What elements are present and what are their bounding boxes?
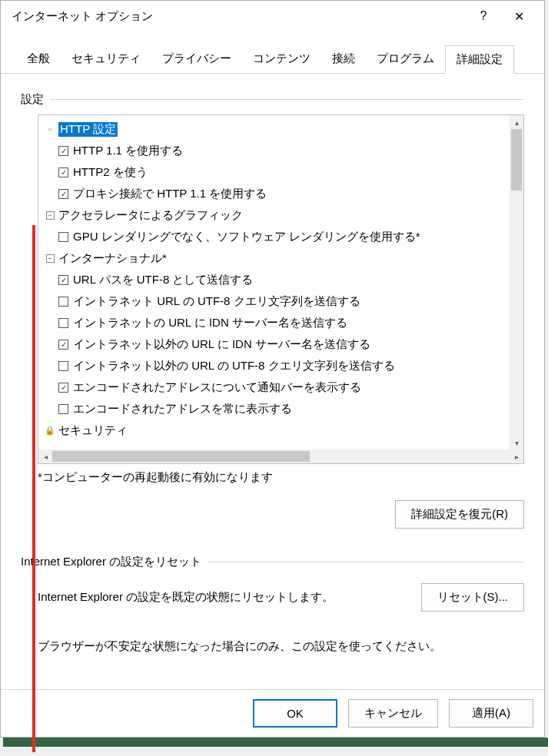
- tab-connections[interactable]: 接続: [321, 45, 366, 73]
- tree-item-label: イントラネット以外の URL に IDN サーバー名を送信する: [73, 337, 370, 352]
- tab-content-area: 設定 ▫HTTP 設定✓HTTP 1.1 を使用する✓HTTP2 を使う✓プロキ…: [1, 74, 544, 654]
- checkbox[interactable]: [58, 404, 68, 414]
- apply-button[interactable]: 適用(A): [449, 699, 533, 728]
- tree-item-label: HTTP2 を使う: [73, 165, 148, 180]
- checkbox[interactable]: ✓: [58, 146, 68, 156]
- tree-checkbox-item[interactable]: ✓HTTP2 を使う: [45, 161, 523, 183]
- tree-item-label: エンコードされたアドレスについて通知バーを表示する: [73, 380, 361, 395]
- tab-privacy[interactable]: プライバシー: [151, 45, 242, 73]
- tree-item-label: GPU レンダリングでなく、ソフトウェア レンダリングを使用する*: [73, 230, 420, 244]
- checkbox[interactable]: ✓: [58, 167, 68, 177]
- collapse-icon: −: [45, 253, 55, 264]
- restore-advanced-button[interactable]: 詳細設定を復元(R): [395, 500, 524, 529]
- tree-item-label: イントラネットの URL に IDN サーバー名を送信する: [73, 316, 347, 330]
- tree-header-label: HTTP 設定: [58, 122, 118, 137]
- checkbox[interactable]: [58, 297, 68, 307]
- collapse-icon: −: [45, 210, 55, 220]
- tree-checkbox-item[interactable]: イントラネット以外の URL の UTF-8 クエリ文字列を送信する: [45, 355, 523, 376]
- reset-button[interactable]: リセット(S)...: [421, 583, 525, 612]
- tree-item-label: URL パスを UTF-8 として送信する: [73, 273, 253, 287]
- divider: [208, 562, 524, 562]
- scroll-up-icon[interactable]: ▴: [510, 115, 523, 129]
- ok-button[interactable]: OK: [253, 699, 337, 728]
- tree-checkbox-item[interactable]: イントラネット URL の UTF-8 クエリ文字列を送信する: [45, 290, 523, 312]
- hscroll-track[interactable]: [52, 449, 496, 463]
- tab-security[interactable]: セキュリティ: [61, 45, 151, 73]
- tree-checkbox-item[interactable]: ✓エンコードされたアドレスについて通知バーを表示する: [45, 376, 523, 398]
- cancel-button[interactable]: キャンセル: [348, 699, 438, 728]
- checkbox[interactable]: ✓: [58, 340, 68, 350]
- checkbox[interactable]: ✓: [58, 383, 68, 393]
- checkbox[interactable]: [58, 232, 68, 242]
- tree-item-label: イントラネット URL の UTF-8 クエリ文字列を送信する: [73, 294, 360, 309]
- tree-header[interactable]: 🔒セキュリティ: [45, 419, 523, 441]
- tree-checkbox-item[interactable]: ✓URL パスを UTF-8 として送信する: [45, 269, 523, 290]
- tree-header-label: セキュリティ: [58, 423, 128, 438]
- settings-group-header: 設定: [21, 92, 524, 107]
- dialog-window: インターネット オプション ? ✕ 全般 セキュリティ プライバシー コンテンツ…: [0, 0, 545, 738]
- settings-label: 設定: [21, 92, 50, 107]
- tab-programs[interactable]: プログラム: [366, 45, 445, 73]
- restart-note: *コンピューターの再起動後に有効になります: [38, 470, 524, 485]
- checkbox[interactable]: [58, 318, 68, 328]
- checkbox[interactable]: ✓: [58, 189, 68, 199]
- vertical-scrollbar[interactable]: ▴ ▾: [510, 115, 523, 449]
- tree-item-label: HTTP 1.1 を使用する: [73, 144, 183, 158]
- tree-checkbox-item[interactable]: ✓HTTP 1.1 を使用する: [45, 140, 523, 161]
- window-title: インターネット オプション: [12, 9, 466, 24]
- checkbox[interactable]: [58, 361, 68, 371]
- tree-checkbox-item[interactable]: エンコードされたアドレスを常に表示する: [45, 398, 523, 419]
- tree-item-label: イントラネット以外の URL の UTF-8 クエリ文字列を送信する: [73, 359, 395, 373]
- lock-icon: 🔒: [45, 425, 55, 436]
- scroll-left-icon[interactable]: ◂: [38, 453, 52, 461]
- tree-item-label: エンコードされたアドレスを常に表示する: [73, 402, 292, 416]
- tree-header-label: アクセラレータによるグラフィック: [58, 208, 243, 223]
- restore-row: 詳細設定を復元(R): [21, 500, 524, 529]
- tree-checkbox-item[interactable]: ✓プロキシ接続で HTTP 1.1 を使用する: [45, 183, 523, 204]
- reset-group: Internet Explorer の設定をリセット Internet Expl…: [21, 555, 524, 654]
- tab-strip: 全般 セキュリティ プライバシー コンテンツ 接続 プログラム 詳細設定: [1, 45, 544, 74]
- annotation-line: [32, 225, 35, 752]
- tree-header-label: インターナショナル*: [58, 251, 167, 266]
- settings-tree[interactable]: ▫HTTP 設定✓HTTP 1.1 を使用する✓HTTP2 を使う✓プロキシ接続…: [38, 114, 524, 464]
- checkbox[interactable]: ✓: [58, 275, 68, 285]
- tab-content[interactable]: コンテンツ: [242, 45, 321, 73]
- horizontal-scrollbar[interactable]: ◂ ▸: [38, 449, 523, 463]
- vscroll-track[interactable]: [510, 129, 523, 436]
- reset-group-label: Internet Explorer の設定をリセット: [21, 555, 208, 569]
- window-shadow: [3, 738, 548, 747]
- dialog-footer: OK キャンセル 適用(A): [1, 689, 544, 737]
- document-icon: ▫: [45, 124, 55, 134]
- titlebar: インターネット オプション ? ✕: [1, 1, 544, 32]
- tree-content: ▫HTTP 設定✓HTTP 1.1 を使用する✓HTTP2 を使う✓プロキシ接続…: [38, 115, 523, 449]
- hscroll-thumb[interactable]: [52, 451, 310, 462]
- tab-general[interactable]: 全般: [16, 45, 61, 73]
- tab-advanced[interactable]: 詳細設定: [445, 45, 514, 74]
- scroll-down-icon[interactable]: ▾: [510, 436, 523, 449]
- reset-description: Internet Explorer の設定を既定の状態にリセットします。: [38, 590, 334, 605]
- tree-header[interactable]: ▫HTTP 設定: [45, 118, 523, 140]
- help-button[interactable]: ?: [466, 1, 501, 32]
- vscroll-thumb[interactable]: [511, 129, 522, 191]
- tree-header[interactable]: −アクセラレータによるグラフィック: [45, 204, 523, 226]
- scroll-right-icon[interactable]: ▸: [510, 453, 523, 461]
- tree-checkbox-item[interactable]: イントラネットの URL に IDN サーバー名を送信する: [45, 312, 523, 333]
- close-button[interactable]: ✕: [501, 1, 536, 32]
- tree-checkbox-item[interactable]: ✓イントラネット以外の URL に IDN サーバー名を送信する: [45, 333, 523, 355]
- reset-warning: ブラウザーが不安定な状態になった場合にのみ、この設定を使ってください。: [38, 639, 524, 654]
- divider: [50, 99, 524, 100]
- tree-header[interactable]: −インターナショナル*: [45, 247, 523, 269]
- tree-checkbox-item[interactable]: GPU レンダリングでなく、ソフトウェア レンダリングを使用する*: [45, 226, 523, 247]
- tree-item-label: プロキシ接続で HTTP 1.1 を使用する: [73, 187, 267, 201]
